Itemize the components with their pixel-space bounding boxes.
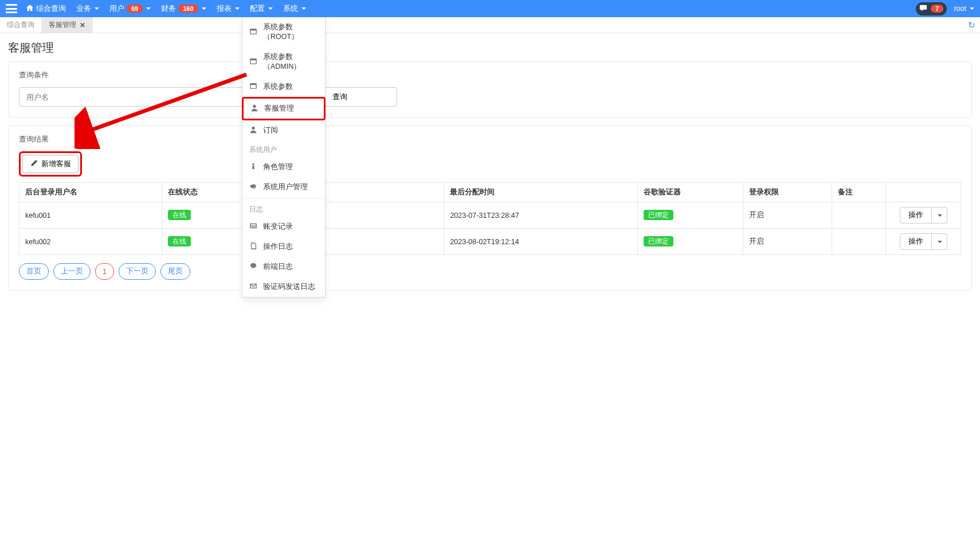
tab-kefu-label: 客服管理 [49, 20, 76, 30]
nav-home[interactable]: 综合查询 [26, 4, 66, 14]
dropdown-item[interactable]: 前端日志 [242, 257, 325, 277]
nav-business[interactable]: 业务 [76, 4, 99, 14]
cell-perm: 开启 [743, 202, 832, 229]
dropdown-item-label: 系统用户管理 [263, 182, 308, 192]
caret-down-icon [938, 241, 942, 243]
cell-ga: 已绑定 [638, 229, 743, 255]
dropdown-item[interactable]: 验证码发送日志 [242, 277, 325, 297]
caret-down-icon [268, 7, 273, 10]
dropdown-item[interactable]: 系统参数 [242, 77, 325, 97]
nav-home-label: 综合查询 [36, 4, 66, 14]
dropdown-item[interactable]: 系统参数（ADMIN） [242, 47, 325, 77]
results-table: 后台登录用户名 在线状态 最后上线 最后分配时间 谷歌验证器 登录权限 备注 k… [19, 182, 961, 255]
results-heading: 查询结果 [19, 134, 961, 144]
row-action-button[interactable]: 操作 [900, 233, 932, 250]
status-badge: 在线 [168, 210, 191, 220]
dropdown-item-label: 前端日志 [263, 262, 293, 272]
cell-username: kefu001 [19, 202, 162, 229]
pager-first[interactable]: 首页 [19, 263, 49, 280]
dropdown-item-label: 系统参数（ADMIN） [263, 52, 318, 72]
col-ga: 谷歌验证器 [638, 183, 743, 202]
system-dropdown: 系统参数（ROOT）系统参数（ADMIN）系统参数客服管理订阅系统用户角色管理系… [242, 17, 326, 298]
dropdown-item[interactable]: 订阅 [242, 120, 325, 140]
dropdown-item[interactable]: 系统参数（ROOT） [242, 17, 325, 47]
page-title: 客服管理 [8, 40, 972, 56]
settings-icon [249, 82, 257, 92]
tab-home[interactable]: 综合查询 [0, 17, 42, 33]
username-label: root [954, 5, 966, 13]
add-kefu-label: 新增客服 [41, 159, 71, 169]
nav-finance-badge: 160 [178, 5, 198, 13]
nav-user[interactable]: 用户 69 [109, 4, 151, 14]
col-perm: 登录权限 [743, 183, 832, 202]
user-icon [250, 104, 258, 113]
home-icon [26, 4, 34, 14]
svg-rect-9 [252, 166, 254, 169]
settings-icon [249, 57, 257, 67]
dropdown-item[interactable]: 角色管理 [242, 157, 325, 177]
row-action-button[interactable]: 操作 [900, 207, 932, 224]
pencil-icon [30, 159, 38, 169]
inbox-icon [249, 222, 257, 232]
table-row: kefu002在线2023-042023-08-02T19:12:14已绑定开启… [19, 229, 961, 255]
chat-icon [919, 4, 927, 14]
ga-badge: 已绑定 [644, 236, 673, 246]
pager-next[interactable]: 下一页 [119, 263, 156, 280]
dropdown-item-label: 系统参数（ROOT） [263, 22, 318, 42]
nav-system[interactable]: 系统 [283, 4, 306, 14]
cell-ga: 已绑定 [638, 202, 743, 229]
dropdown-item-label: 系统参数 [263, 82, 293, 92]
messages-button[interactable]: 7 [916, 2, 947, 15]
caret-down-icon [146, 7, 151, 10]
cell-status: 在线 [162, 202, 250, 229]
tab-kefu[interactable]: 客服管理 ✕ [42, 17, 93, 33]
svg-rect-10 [254, 185, 256, 187]
dropdown-item[interactable]: 账变记录 [242, 217, 325, 237]
pager-current[interactable]: 1 [95, 263, 114, 280]
user-menu[interactable]: root [954, 5, 974, 13]
cell-username: kefu002 [19, 229, 162, 255]
dropdown-item[interactable]: 系统用户管理 [242, 177, 325, 197]
menu-toggle[interactable] [6, 4, 17, 13]
cell-note [832, 229, 886, 255]
nav-user-badge: 69 [127, 5, 143, 13]
svg-rect-5 [250, 84, 257, 85]
nav-report-label: 报表 [217, 4, 232, 14]
pager-last[interactable]: 尾页 [160, 263, 190, 280]
nav-report[interactable]: 报表 [217, 4, 240, 14]
cell-note [832, 202, 886, 229]
close-icon[interactable]: ✕ [80, 21, 85, 29]
settings-icon [249, 28, 257, 37]
gear-icon [249, 262, 257, 272]
user-icon [249, 126, 257, 135]
dropdown-item-label: 操作日志 [263, 242, 293, 252]
person-icon [249, 162, 257, 172]
caret-down-icon [301, 7, 306, 10]
dropdown-header: 日志 [242, 200, 325, 217]
pager: 首页 上一页 1 下一页 尾页 [19, 263, 961, 280]
svg-point-6 [253, 105, 256, 108]
tab-home-label: 综合查询 [7, 20, 34, 30]
cell-ops: 操作 [886, 229, 961, 255]
messages-badge: 7 [931, 5, 943, 13]
refresh-icon[interactable]: ↻ [968, 20, 975, 30]
nav-finance[interactable]: 财务 160 [161, 4, 206, 14]
dropdown-item-label: 验证码发送日志 [263, 282, 315, 292]
caret-down-icon [202, 7, 206, 10]
nav-config[interactable]: 配置 [250, 4, 273, 14]
query-heading: 查询条件 [19, 70, 961, 80]
pager-prev[interactable]: 上一页 [53, 263, 91, 280]
dropdown-item-label: 客服管理 [264, 104, 294, 113]
mail-icon [249, 282, 257, 292]
cell-perm: 开启 [743, 229, 832, 255]
dropdown-item[interactable]: 客服管理 [242, 97, 326, 120]
dropdown-item-label: 订阅 [263, 126, 278, 135]
row-action-caret[interactable] [932, 233, 947, 250]
cell-ops: 操作 [886, 202, 961, 229]
col-last-assign: 最后分配时间 [444, 183, 638, 202]
row-action-caret[interactable] [932, 207, 947, 224]
caret-down-icon [95, 7, 99, 10]
dropdown-item[interactable]: 操作日志 [242, 237, 325, 257]
svg-rect-1 [250, 29, 257, 30]
add-kefu-button[interactable]: 新增客服 [22, 155, 79, 173]
